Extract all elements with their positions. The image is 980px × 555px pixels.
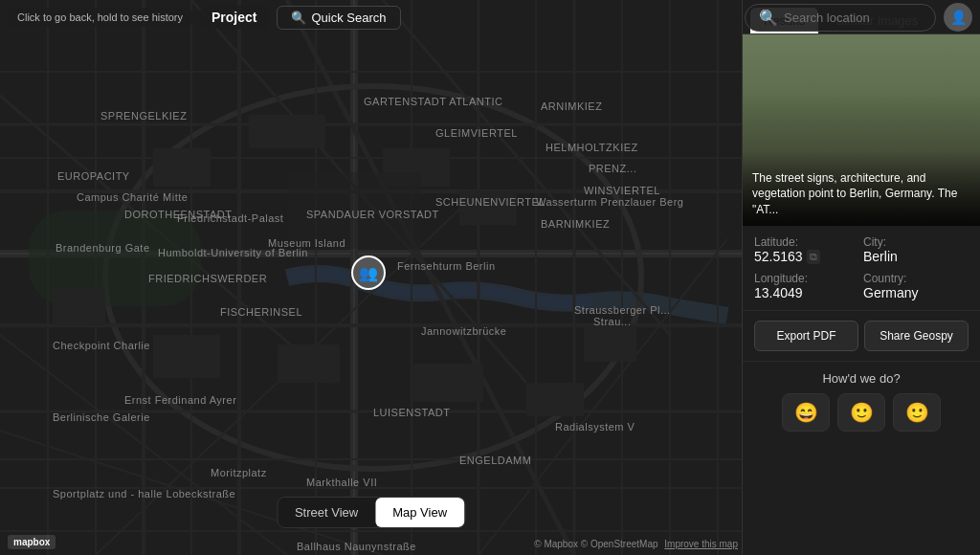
city-label: City: — [863, 235, 969, 249]
neutral-emoji-btn[interactable]: 🙂 — [837, 393, 885, 432]
svg-point-57 — [791, 73, 829, 130]
export-pdf-btn[interactable]: Export PDF — [754, 321, 858, 351]
improve-map-link[interactable]: Improve this map — [664, 539, 738, 549]
quick-search-label: Quick Search — [312, 11, 387, 25]
caption-text: The street signs, architecture, and vege… — [752, 171, 957, 217]
svg-rect-44 — [412, 364, 483, 402]
search-icon: 🔍 — [291, 11, 306, 25]
country-value-row: Germany — [863, 285, 969, 300]
right-panel: Results Similar Images — [742, 0, 980, 555]
map-view-btn[interactable]: Map View — [375, 498, 464, 527]
svg-rect-42 — [53, 287, 105, 325]
svg-text:AT: AT — [887, 93, 896, 100]
svg-rect-38 — [249, 115, 325, 148]
map-view-controls[interactable]: Street View Map View — [277, 497, 465, 528]
happy-emoji: 😄 — [794, 401, 818, 424]
city-value-row: Berlin — [863, 249, 969, 264]
svg-rect-45 — [526, 383, 584, 416]
feedback-section: How'd we do? 😄 🙂 🙂 — [743, 362, 980, 441]
svg-point-55 — [810, 54, 867, 130]
svg-rect-37 — [153, 148, 211, 187]
svg-rect-51 — [762, 82, 771, 94]
latitude-label: Latitude: — [754, 235, 859, 249]
location-info-section: Latitude: 52.5163 ⧉ City: Berlin Longitu… — [743, 226, 980, 311]
svg-rect-43 — [278, 344, 340, 383]
svg-rect-50 — [747, 87, 757, 99]
map-attribution: © Mapbox © OpenStreetMap Improve this ma… — [534, 539, 738, 549]
svg-point-56 — [843, 49, 891, 116]
result-caption: The street signs, architecture, and vege… — [743, 151, 980, 226]
city-value: Berlin — [863, 249, 898, 264]
country-label: Country: — [863, 272, 969, 285]
attribution-text: © Mapbox © OpenStreetMap — [534, 539, 657, 549]
map-area: SPRENGELKIEZEUROPACITYGARTENSTADT ATLANT… — [0, 0, 742, 555]
map-background: SPRENGELKIEZEUROPACITYGARTENSTADT ATLANT… — [0, 0, 742, 555]
quick-search-button[interactable]: 🔍 Quick Search — [277, 6, 401, 30]
longitude-value-row: 13.4049 — [754, 285, 859, 300]
longitude-item: Longitude: 13.4049 — [754, 272, 859, 300]
back-button[interactable]: Click to go back, hold to see history — [8, 8, 192, 27]
result-image-wrap: AT The street signs, architecture, and v… — [743, 34, 980, 226]
svg-rect-46 — [584, 325, 636, 362]
emoji-row: 😄 🙂 🙂 — [754, 393, 969, 432]
neutral-emoji: 🙂 — [850, 401, 874, 424]
longitude-value: 13.4049 — [754, 285, 803, 300]
svg-rect-52 — [776, 92, 786, 103]
street-view-btn[interactable]: Street View — [278, 498, 375, 527]
info-grid: Latitude: 52.5163 ⧉ City: Berlin Longitu… — [754, 235, 969, 300]
country-item: Country: Germany — [863, 272, 969, 300]
city-item: City: Berlin — [863, 235, 969, 264]
top-bar: Click to go back, hold to see history Pr… — [0, 0, 980, 34]
search-icon-location: 🔍 — [759, 9, 778, 27]
svg-rect-40 — [459, 191, 517, 225]
avatar[interactable]: 👤 — [944, 3, 972, 32]
copy-latitude-btn[interactable]: ⧉ — [807, 250, 820, 264]
longitude-label: Longitude: — [754, 272, 859, 285]
latitude-value-row: 52.5163 ⧉ — [754, 249, 859, 264]
mapbox-logo: mapbox — [8, 535, 56, 549]
feedback-label: How'd we do? — [754, 371, 969, 386]
happy-emoji-btn[interactable]: 😄 — [782, 393, 830, 432]
svg-rect-41 — [153, 335, 220, 378]
country-value: Germany — [863, 285, 919, 300]
sad-emoji: 🙂 — [905, 401, 929, 424]
svg-rect-47 — [287, 172, 421, 249]
svg-rect-71 — [877, 90, 905, 101]
location-search-bar[interactable]: 🔍 — [745, 4, 936, 32]
location-search-input[interactable] — [784, 11, 922, 25]
share-geospy-btn[interactable]: Share Geospy — [864, 321, 969, 351]
latitude-value: 52.5163 — [754, 249, 803, 264]
action-buttons: Export PDF Share Geospy — [743, 311, 980, 362]
sad-emoji-btn[interactable]: 🙂 — [893, 393, 941, 432]
location-pin: 👥 — [351, 255, 386, 290]
latitude-item: Latitude: 52.5163 ⧉ — [754, 235, 859, 264]
project-label: Project — [200, 6, 268, 29]
avatar-icon: 👤 — [950, 10, 967, 25]
